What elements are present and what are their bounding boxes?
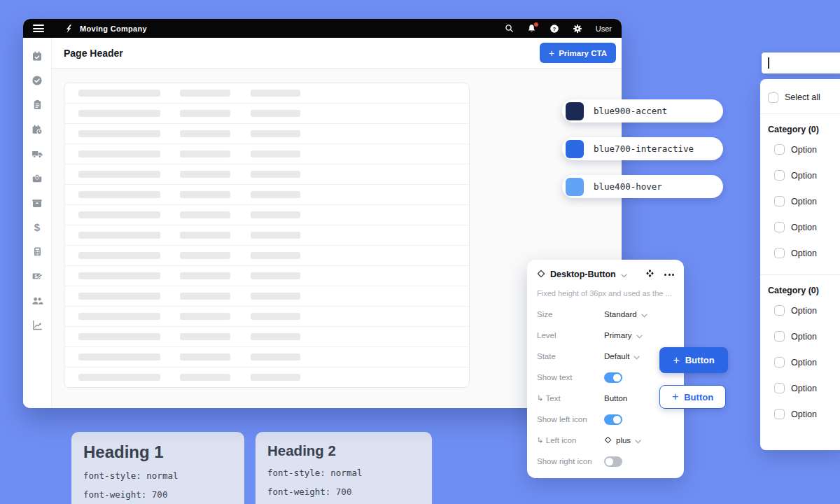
help-icon[interactable]: ? [550, 24, 559, 34]
skeleton-bar [78, 191, 160, 198]
option-checkbox[interactable] [774, 170, 785, 181]
prop-row-show-left-icon: Show left icon [537, 409, 674, 430]
filter-option[interactable]: Option [760, 136, 840, 162]
skeleton-bar [78, 232, 160, 239]
bolt-logo-icon [64, 24, 74, 34]
skeleton-bar [180, 232, 230, 239]
option-checkbox[interactable] [774, 305, 785, 316]
bell-icon[interactable] [527, 24, 536, 33]
prop-control-state[interactable]: Default [604, 350, 640, 363]
filter-option[interactable]: Option [760, 240, 840, 266]
skeleton-bar [180, 130, 230, 137]
skeleton-bar [180, 191, 230, 198]
option-checkbox[interactable] [774, 248, 785, 258]
sidebar-nav: $ $ [23, 38, 52, 408]
toggle-show-left-icon[interactable] [604, 414, 622, 425]
option-checkbox[interactable] [774, 196, 785, 206]
component-description: Fixed height of 36px and used as the ... [537, 289, 674, 298]
prop-control-show-right-icon[interactable] [604, 456, 622, 467]
typography-card-heading2: Heading 2 font-style: normal font-weight… [255, 432, 432, 504]
table-row [64, 164, 469, 185]
skeleton-bar [251, 313, 300, 320]
app-title: Moving Company [80, 24, 147, 33]
users-icon[interactable] [23, 288, 51, 313]
table-row [64, 246, 469, 266]
check-circle-icon[interactable] [23, 68, 51, 92]
prop-control-text[interactable]: Button [604, 394, 627, 402]
toggle-show-right-icon[interactable] [604, 456, 622, 467]
search-icon[interactable] [505, 24, 514, 33]
package-icon[interactable] [23, 190, 51, 215]
filter-option[interactable]: Option [760, 401, 840, 427]
filter-option[interactable]: Option [760, 162, 840, 188]
chevron-down-icon [635, 434, 641, 447]
sample-button-secondary[interactable]: + Button [659, 385, 726, 409]
toggle-knob [613, 416, 621, 424]
calendar-clock-icon[interactable] [23, 117, 51, 141]
clipboard-icon[interactable] [23, 92, 51, 117]
typography-card-heading1: Heading 1 font-style: normal font-weight… [71, 432, 244, 504]
option-checkbox[interactable] [774, 222, 785, 232]
filter-option[interactable]: Option [760, 214, 840, 240]
option-label: Option [791, 410, 817, 419]
table-row [64, 83, 469, 104]
plus-icon: + [549, 48, 554, 58]
table-row [64, 124, 469, 144]
skeleton-bar [78, 374, 160, 381]
prop-control-size[interactable]: Standard [604, 308, 648, 321]
option-label: Option [791, 384, 817, 393]
more-options-icon[interactable] [664, 272, 674, 277]
option-label: Option [791, 306, 817, 316]
prop-label: Show left icon [537, 415, 604, 424]
filter-search-input[interactable] [762, 52, 840, 74]
skeleton-bar [251, 374, 300, 381]
filter-option[interactable]: Option [760, 298, 840, 323]
component-instance-icon[interactable] [645, 268, 654, 281]
option-checkbox[interactable] [774, 409, 785, 419]
swatch-label: blue400-hover [594, 181, 662, 192]
prop-control-level[interactable]: Primary [604, 329, 643, 342]
chevron-down-icon [641, 308, 648, 321]
toggle-show-text[interactable] [604, 372, 622, 383]
prop-control-left-icon[interactable]: plus [604, 434, 641, 447]
calendar-check-icon[interactable] [23, 43, 51, 68]
table-row [64, 307, 469, 327]
inspector-rows: SizeStandardLevelPrimaryStateDefaultShow… [537, 304, 674, 472]
option-checkbox[interactable] [774, 144, 785, 155]
option-checkbox[interactable] [774, 331, 785, 342]
dollar-icon[interactable]: $ [23, 215, 51, 239]
hamburger-menu-icon[interactable] [33, 24, 44, 32]
select-all-checkbox[interactable] [768, 92, 778, 103]
prop-value: Button [604, 394, 627, 402]
filter-option[interactable]: Option [760, 375, 840, 401]
prop-control-show-text[interactable] [604, 372, 622, 383]
font-weight-spec: font-weight: 700 [83, 490, 232, 500]
user-menu[interactable]: User [596, 24, 612, 33]
option-label: Option [791, 145, 817, 155]
primary-cta-button[interactable]: + Primary CTA [540, 43, 616, 63]
option-checkbox[interactable] [774, 357, 785, 368]
prop-row-level: LevelPrimary [537, 325, 674, 346]
filter-option[interactable]: Option [760, 349, 840, 375]
chart-icon[interactable] [23, 313, 51, 337]
swatch-blue900-accent: blue900-accent [562, 99, 723, 122]
skeleton-bar [251, 232, 300, 239]
option-checkbox[interactable] [774, 383, 785, 393]
filter-group-header: Category (0) [768, 286, 840, 295]
filter-option[interactable]: Option [760, 188, 840, 214]
map-pin-icon[interactable] [23, 166, 51, 190]
skeleton-bar [180, 90, 230, 97]
font-style-spec: font-style: normal [83, 471, 232, 481]
select-all-row[interactable]: Select all [760, 90, 840, 105]
option-label: Option [791, 197, 817, 206]
app-topbar: Moving Company ? [23, 19, 622, 38]
filter-option[interactable]: Option [760, 323, 840, 349]
sample-button-primary[interactable]: + Button [659, 347, 728, 373]
truck-icon[interactable] [23, 141, 51, 166]
gear-icon[interactable] [573, 24, 582, 34]
prop-control-show-left-icon[interactable] [604, 414, 622, 425]
invoice-icon[interactable]: $ [23, 264, 51, 288]
calculator-icon[interactable] [23, 239, 51, 264]
chevron-down-icon[interactable] [621, 268, 627, 281]
diamond-icon [604, 434, 612, 447]
